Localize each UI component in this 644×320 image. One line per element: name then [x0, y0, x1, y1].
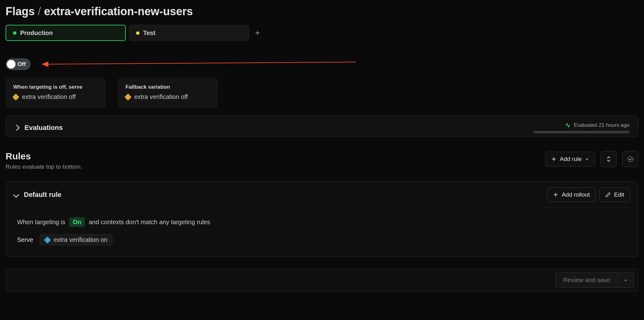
- default-rule-panel: Default rule Add rollout Edit When targe…: [6, 181, 638, 257]
- targeting-toggle[interactable]: Off: [6, 58, 31, 70]
- env-tab-label: Test: [143, 29, 156, 37]
- breadcrumb: Flags / extra-verification-new-users: [6, 5, 638, 18]
- serve-value-chip[interactable]: extra verification on: [39, 234, 113, 246]
- breadcrumb-separator: /: [38, 5, 41, 18]
- add-rule-button[interactable]: Add rule: [545, 152, 595, 167]
- off-serve-card[interactable]: When targeting is off, serve extra verif…: [6, 78, 105, 108]
- targeting-toggle-row: Off: [6, 58, 638, 70]
- variation-name: extra verification off: [22, 93, 76, 100]
- env-tab-production[interactable]: Production: [6, 25, 126, 41]
- plus-icon: [553, 192, 558, 198]
- collapse-all-button[interactable]: [601, 151, 617, 167]
- evaluations-bar: [533, 131, 629, 133]
- collapse-icon: [605, 156, 612, 162]
- status-dot-icon: [13, 31, 16, 35]
- breadcrumb-leaf: extra-verification-new-users: [44, 5, 193, 18]
- rule-condition-prefix: When targeting is: [17, 219, 65, 226]
- card-title: When targeting is off, serve: [13, 84, 98, 90]
- default-rule-toggle[interactable]: Default rule: [14, 191, 61, 199]
- fallback-card[interactable]: Fallback variation extra verification of…: [118, 78, 218, 108]
- serve-value: extra verification on: [54, 236, 107, 243]
- evaluations-meta: Evaluated 21 hours ago: [565, 122, 629, 128]
- rule-condition-text: When targeting is On and contexts don't …: [17, 217, 627, 227]
- rule-condition-suffix: and contexts don't match any targeting r…: [89, 219, 210, 226]
- plus-icon: [551, 156, 557, 162]
- pencil-icon: [605, 192, 611, 198]
- save-bar: Review and save: [6, 269, 638, 292]
- add-rollout-label: Add rollout: [562, 191, 590, 198]
- rules-title: Rules: [6, 151, 82, 162]
- variation-cards: When targeting is off, serve extra verif…: [6, 78, 638, 108]
- toggle-knob-icon: [7, 60, 15, 69]
- card-title: Fallback variation: [126, 84, 210, 90]
- evaluations-last-text: Evaluated 21 hours ago: [574, 122, 629, 128]
- status-dot-icon: [136, 31, 139, 35]
- env-tab-test[interactable]: Test: [129, 25, 249, 41]
- chevron-down-icon: [585, 157, 589, 161]
- breadcrumb-root[interactable]: Flags: [6, 5, 35, 18]
- add-environment-button[interactable]: [252, 28, 263, 38]
- evaluations-panel: Evaluations Evaluated 21 hours ago: [6, 116, 638, 137]
- environment-tabs: Production Test: [6, 25, 638, 41]
- add-rollout-button[interactable]: Add rollout: [547, 187, 596, 202]
- on-badge: On: [69, 217, 85, 227]
- toggle-label: Off: [17, 61, 26, 68]
- svg-point-4: [628, 157, 633, 162]
- chevron-right-icon: [14, 125, 20, 131]
- default-rule-title: Default rule: [24, 191, 61, 199]
- plus-icon: [254, 30, 261, 36]
- save-dropdown-button[interactable]: [618, 273, 634, 288]
- edit-rule-button[interactable]: Edit: [599, 187, 630, 202]
- chevron-down-icon: [13, 192, 19, 198]
- refresh-check-icon: [627, 156, 634, 162]
- evaluations-title: Evaluations: [24, 124, 63, 132]
- review-and-save-label: Review and save: [563, 277, 610, 283]
- env-tab-label: Production: [20, 29, 53, 37]
- diamond-icon: [12, 93, 20, 100]
- diamond-icon: [125, 93, 132, 100]
- rules-header: Rules Rules evaluate top to bottom. Add …: [6, 151, 638, 170]
- variation-name: extra verification off: [134, 93, 188, 100]
- arrow-line-icon: [46, 62, 356, 64]
- activity-icon: [565, 122, 571, 128]
- rules-subtitle: Rules evaluate top to bottom.: [6, 163, 82, 170]
- review-and-save-button[interactable]: Review and save: [555, 273, 618, 288]
- add-rule-label: Add rule: [560, 156, 582, 162]
- edit-label: Edit: [614, 191, 624, 198]
- chevron-down-icon: [623, 278, 628, 283]
- diamond-icon: [44, 236, 51, 243]
- serve-label: Serve: [17, 236, 33, 243]
- refresh-rules-button[interactable]: [622, 151, 638, 167]
- evaluations-toggle[interactable]: Evaluations: [15, 124, 63, 132]
